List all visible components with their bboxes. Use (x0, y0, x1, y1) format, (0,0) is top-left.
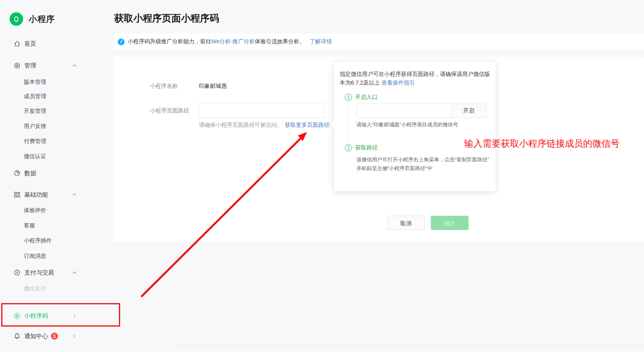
mini-program-name-label: 小程序名称 (150, 83, 178, 90)
wechat-id-input[interactable] (357, 104, 451, 118)
sidebar-item-label: 管理 (24, 62, 36, 70)
step2-line2: 并粘贴至左侧“小程序页面路径”中 (356, 164, 493, 173)
step1-title: 开启入口 (355, 94, 377, 101)
sidebar-item-wechat-pay[interactable]: 微信支付 (0, 282, 114, 295)
page-path-label: 小程序页面路径 (150, 107, 189, 114)
sidebar-item-subscribe-message[interactable]: 订阅消息 (0, 250, 114, 263)
notification-badge: 1 (51, 333, 58, 340)
sidebar-item-data[interactable]: 数据 (0, 167, 114, 180)
sidebar-item-label: 首页 (24, 40, 36, 48)
sidebar-item-label: 版本管理 (24, 79, 46, 86)
pie-chart-icon (13, 170, 21, 177)
step2-line1: 该微信用户可打开小程序右上角菜单，点击“复制页面路径” (356, 155, 493, 164)
sidebar-item-notification-center[interactable]: 通知中心 1 (0, 330, 114, 342)
we-analysis-link[interactable]: We分析-推广分析 (211, 38, 255, 44)
sidebar-item-dev-manage[interactable]: 开发管理 (0, 105, 114, 118)
page-path-helper: 请确保小程序页面路径可被访问。获取更多页面路径 (199, 122, 329, 129)
view-guide-link[interactable]: 查看操作指引 (381, 79, 415, 86)
sidebar-item-label: 体验评价 (24, 207, 46, 214)
sidebar-item-label: 开发管理 (24, 108, 46, 115)
banner-text: 小程序码升级推广分析能力，前往We分析-推广分析体验引流效果分析。了解详情 (128, 38, 332, 45)
info-icon: i (118, 39, 125, 45)
sidebar-item-pay-manage[interactable]: 付费管理 (0, 135, 114, 148)
sidebar-item-label: 支付与交易 (24, 269, 54, 277)
banner-text-before: 小程序码升级推广分析能力，前往 (128, 38, 211, 44)
sidebar-item-label: 成员管理 (24, 93, 46, 100)
yen-circle-icon: ¥ (13, 269, 21, 277)
step1-number-icon: 1 (345, 94, 352, 101)
sidebar-item-label: 基础功能 (24, 191, 48, 199)
sidebar-item-member-manage[interactable]: 成员管理 (0, 90, 114, 103)
sidebar: 小程序 首页 管理 版本管理 (0, 0, 114, 352)
sidebar-item-label: 用户反馈 (24, 123, 46, 130)
sidebar-item-label: 付费管理 (24, 138, 46, 145)
sidebar-item-label: 小程序插件 (24, 237, 52, 244)
wechat-id-input-group: 开启 (356, 104, 486, 118)
page-path-helper-text: 请确保小程序页面路径可被访问。 (199, 122, 282, 128)
chevron-up-icon[interactable] (72, 192, 77, 199)
step2-header: 2 获取路径 (345, 144, 377, 151)
page-title: 获取小程序页面小程序码 (114, 12, 219, 25)
annotation-highlight-rectangle (1, 303, 120, 327)
home-icon (13, 40, 21, 48)
page-path-input[interactable] (199, 103, 325, 118)
annotation-note-text: 输入需要获取小程序链接成员的微信号 (464, 137, 620, 150)
app-title: 小程序 (29, 14, 55, 25)
sidebar-item-home[interactable]: 首页 (0, 37, 114, 50)
step1-caption: 请输入“印象邮城惠”小程序项目成员的微信号 (356, 121, 490, 128)
sidebar-item-label: 客服 (24, 222, 35, 229)
learn-more-link[interactable]: 了解详情 (309, 38, 332, 44)
sidebar-item-user-feedback[interactable]: 用户反馈 (0, 120, 114, 133)
sidebar-item-payment-trade[interactable]: ¥ 支付与交易 (0, 266, 114, 279)
sidebar-item-label: 订阅消息 (24, 253, 46, 260)
mini-program-name-value: 印象邮城惠 (199, 83, 227, 90)
sidebar-item-manage[interactable]: 管理 (0, 59, 114, 72)
app-logo: 小程序 (10, 12, 55, 26)
confirm-button[interactable]: 确定 (431, 216, 469, 230)
sidebar-item-label: 数据 (24, 170, 36, 177)
sidebar-item-plugins[interactable]: 小程序插件 (0, 234, 114, 247)
info-banner: i 小程序码升级推广分析能力，前往We分析-推广分析体验引流效果分析。了解详情 (114, 33, 644, 50)
sidebar-divider (0, 296, 114, 296)
open-entry-button[interactable]: 开启 (451, 104, 486, 118)
step2-description: 该微信用户可打开小程序右上角菜单，点击“复制页面路径” 并粘贴至左侧“小程序页面… (356, 155, 493, 173)
sidebar-item-wechat-verify[interactable]: 微信认证 (0, 150, 114, 163)
svg-text:¥: ¥ (16, 271, 18, 275)
miniprogram-logo-icon (10, 12, 23, 26)
cancel-button[interactable]: 取消 (387, 216, 425, 230)
sidebar-item-basic-features[interactable]: 基础功能 (0, 188, 114, 201)
app-window: 小程序 首页 管理 版本管理 (0, 0, 644, 352)
banner-text-after: 体验引流效果分析。 (255, 38, 305, 44)
manage-icon (13, 62, 21, 70)
get-more-paths-link[interactable]: 获取更多页面路径 (285, 122, 329, 128)
sidebar-item-customer-service[interactable]: 客服 (0, 219, 114, 232)
step2-title: 获取路径 (355, 144, 377, 151)
chevron-up-icon[interactable] (72, 63, 77, 70)
chevron-right-icon (72, 333, 77, 340)
chevron-up-icon[interactable] (72, 270, 77, 277)
step2-number-icon: 2 (345, 144, 352, 151)
grid-icon (13, 191, 21, 199)
bell-icon (13, 333, 21, 340)
sidebar-item-label: 微信认证 (24, 153, 46, 160)
sidebar-item-experience-rating[interactable]: 体验评价 (0, 204, 114, 217)
step1-header: 1 开启入口 (345, 94, 377, 101)
sidebar-item-label: 微信支付 (24, 285, 46, 292)
sidebar-item-version-manage[interactable]: 版本管理 (0, 76, 114, 89)
bottom-divider (174, 345, 644, 345)
step-connector-line (348, 104, 348, 141)
sidebar-item-label: 通知中心 (24, 333, 48, 340)
get-path-popover: 指定微信用户可在小程序获得页面路径，请确保该用户微信版本为6.7.2及以上 查看… (334, 62, 496, 191)
popover-intro: 指定微信用户可在小程序获得页面路径，请确保该用户微信版本为6.7.2及以上 查看… (340, 70, 492, 87)
